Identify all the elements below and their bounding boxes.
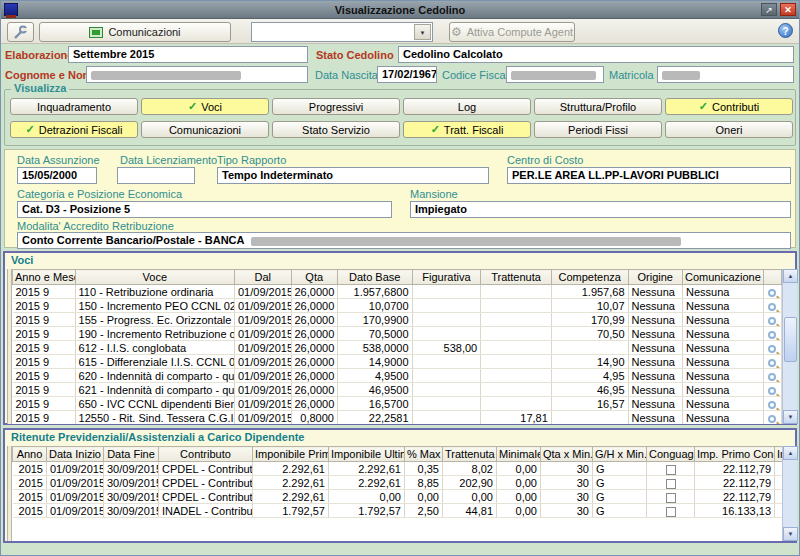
table-cell [775,504,783,518]
magnifier-icon[interactable] [768,345,776,353]
column-header[interactable]: Imp. Primo Cong. [695,447,775,462]
scroll-up-icon[interactable]: ▲ [783,446,798,460]
column-header[interactable]: Imponibile Ultimo [329,447,405,462]
visualizza-button-log[interactable]: Log [403,98,531,115]
column-header[interactable]: Comunicazione [683,270,764,285]
elaborazione-field[interactable]: Settembre 2015 [68,46,308,63]
data-assunzione-field[interactable]: 15/05/2000 [17,167,97,184]
column-header[interactable]: Anno [13,447,47,462]
ritenute-scrollbar[interactable]: ▲ ▼ [782,446,797,541]
column-header[interactable]: Anno e Mese [13,270,76,285]
comunicazioni-button[interactable]: Comunicazioni [39,22,231,42]
magnifier-icon[interactable] [768,415,776,423]
table-row[interactable]: 2015 912550 - Rit. Sind. Tessera C.G.I.L… [13,411,782,425]
table-row[interactable]: 2015 9190 - Incremento Retribuzione ordi… [13,327,782,341]
table-row[interactable]: 2015 9155 - Progress. Ec. Orizzontale01/… [13,313,782,327]
table-cell: 2015 [13,490,47,504]
scroll-down-icon[interactable]: ▼ [783,410,798,424]
codice-fiscale-field[interactable] [506,66,604,83]
column-header[interactable]: Trattenuta [443,447,497,462]
chevron-down-icon[interactable]: ▼ [414,24,431,40]
magnifier-icon[interactable] [768,303,776,311]
visualizza-button-voci[interactable]: ✓Voci [141,98,269,115]
visualizza-button-inquadramento[interactable]: Inquadramento [10,98,138,115]
column-header[interactable]: Dato Base [337,270,412,285]
help-icon[interactable]: ? [778,23,793,38]
conguaglio-checkbox[interactable] [666,479,676,489]
magnifier-icon[interactable] [768,359,776,367]
column-header[interactable] [763,270,781,285]
data-nascita-field[interactable]: 17/02/1967 [377,66,437,83]
column-header[interactable]: G/H x Min... [593,447,647,462]
magnifier-icon[interactable] [768,331,776,339]
table-row[interactable]: 201501/09/201530/09/2015INADEL - Contrib… [13,504,783,518]
table-cell: 22.112,79 [695,476,775,490]
table-row[interactable]: 2015 9615 - Differenziale I.I.S. CCNL 02… [13,355,782,369]
table-cell: 2.292,61 [329,462,405,476]
visualizza-button-contributi[interactable]: ✓Contributi [665,98,793,115]
check-icon: ✓ [699,100,708,113]
tipo-rapporto-field[interactable]: Tempo Indeterminato [217,167,489,184]
column-header[interactable]: Imp. U [775,447,783,462]
maximize-icon[interactable]: ↗ [761,3,777,16]
magnifier-icon[interactable] [768,401,776,409]
column-header[interactable]: Trattenuta [481,270,552,285]
table-cell: Nessuna [683,299,764,313]
column-header[interactable]: Origine [628,270,682,285]
scroll-up-icon[interactable]: ▲ [783,269,798,283]
visualizza-button-tratt-fiscali[interactable]: ✓Tratt. Fiscali [403,121,531,138]
column-header[interactable]: Conguaglio [647,447,695,462]
table-cell [481,397,552,411]
table-row[interactable]: 2015 9621 - Indennità di comparto - quot… [13,383,782,397]
magnifier-icon[interactable] [768,289,776,297]
table-row[interactable]: 2015 9150 - Incremento PEO CCNL 02-0501/… [13,299,782,313]
stato-cedolino-field[interactable]: Cedolino Calcolato [398,46,794,63]
column-header[interactable]: Qta x Min... [541,447,593,462]
matricola-field[interactable] [657,66,794,83]
scroll-down-icon[interactable]: ▼ [783,527,798,541]
visualizza-button-periodi-fissi[interactable]: Periodi Fissi [534,121,662,138]
attiva-compute-agent-button[interactable]: ⚙ Attiva Compute Agent [449,22,575,42]
magnifier-icon[interactable] [768,387,776,395]
column-header[interactable]: Qta [291,270,337,285]
voci-scrollbar[interactable]: ▲ ▼ [782,269,797,424]
categoria-field[interactable]: Cat. D3 - Posizione 5 [17,201,392,218]
column-header[interactable]: Data Fine [104,447,159,462]
visualizza-button-stato-servizio[interactable]: Stato Servizio [272,121,400,138]
table-row[interactable]: 201501/09/201530/09/2015CPDEL - Contribu… [13,462,783,476]
column-header[interactable]: Dal [235,270,292,285]
mansione-field[interactable]: Impiegato [410,201,791,218]
table-row[interactable]: 2015 9612 - I.I.S. conglobata01/09/20152… [13,341,782,355]
table-row[interactable]: 201501/09/201530/09/2015CPDEL - Contribu… [13,476,783,490]
table-row[interactable]: 2015 9110 - Retribuzione ordinaria01/09/… [13,285,782,299]
visualizza-button-struttura-profilo[interactable]: Struttura/Profilo [534,98,662,115]
column-header[interactable]: Minimale [497,447,541,462]
toolbar-combobox[interactable]: ▼ [251,22,433,42]
tools-button[interactable] [7,22,34,42]
column-header[interactable]: % Max [405,447,443,462]
column-header[interactable]: Figurativa [412,270,481,285]
column-header[interactable]: Data Inizio [47,447,104,462]
cognome-field[interactable] [86,66,308,83]
centro-costo-field[interactable]: PER.LE AREA LL.PP-LAVORI PUBBLICI [507,167,791,184]
magnifier-icon[interactable] [768,317,776,325]
close-icon[interactable]: ✕ [780,3,796,16]
column-header[interactable]: Imponibile Primo [253,447,329,462]
column-header[interactable]: Competenza [551,270,628,285]
scrollbar-thumb[interactable] [784,317,797,362]
table-row[interactable]: 2015 9650 - IVC CCNL dipendenti Biennio … [13,397,782,411]
conguaglio-checkbox[interactable] [666,507,676,517]
visualizza-button-oneri[interactable]: Oneri [665,121,793,138]
data-licenziamento-field[interactable] [117,167,195,184]
magnifier-icon[interactable] [768,373,776,381]
visualizza-button-comunicazioni[interactable]: Comunicazioni [141,121,269,138]
conguaglio-checkbox[interactable] [666,493,676,503]
visualizza-button-detrazioni-fiscali[interactable]: ✓Detrazioni Fiscali [10,121,138,138]
conguaglio-checkbox[interactable] [666,465,676,475]
visualizza-button-progressivi[interactable]: Progressivi [272,98,400,115]
column-header[interactable]: Contributo [159,447,253,462]
accredito-field[interactable]: Conto Corrente Bancario/Postale - BANCA [17,232,791,249]
table-row[interactable]: 201501/09/201530/09/2015CPDEL - Contribu… [13,490,783,504]
table-row[interactable]: 2015 9620 - Indennità di comparto - quot… [13,369,782,383]
column-header[interactable]: Voce [75,270,234,285]
